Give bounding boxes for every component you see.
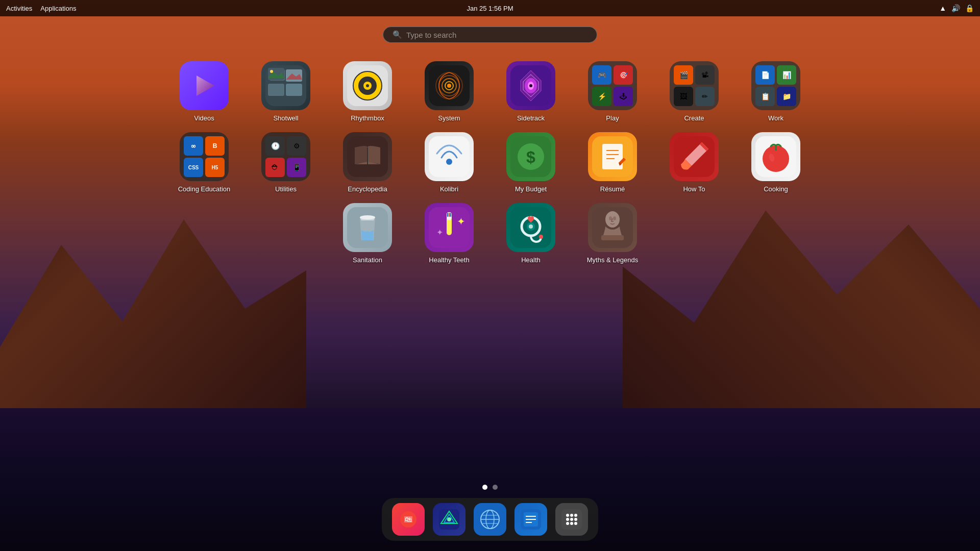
howto-icon — [670, 132, 719, 181]
healthyteeth-label: Healthy Teeth — [429, 256, 469, 264]
svg-point-61 — [613, 216, 616, 220]
work-folder-icon: 📄 📊 📋 📁 — [751, 61, 800, 110]
svg-marker-0 — [197, 76, 214, 96]
svg-text:✦: ✦ — [457, 216, 465, 227]
app-work-folder[interactable]: 📄 📊 📋 📁 Work — [745, 61, 806, 122]
system-label: System — [438, 114, 460, 122]
health-icon — [506, 203, 555, 252]
play-folder-icon: 🎮 🎯 ⚡ 🕹 — [588, 61, 637, 110]
app-myths-legends[interactable]: Myths & Legends — [582, 203, 643, 264]
svg-rect-8 — [268, 84, 284, 96]
svg-point-44 — [360, 215, 375, 219]
dock: 🛍 — [382, 498, 598, 541]
mybudget-icon: $ — [506, 132, 555, 181]
svg-text:✦: ✦ — [436, 228, 443, 237]
videos-label: Videos — [194, 114, 214, 122]
wifi-icon: ▲ — [939, 4, 946, 12]
app-sidetrack[interactable]: Sidetrack — [500, 61, 561, 122]
svg-rect-48 — [447, 213, 448, 217]
svg-point-14 — [366, 84, 369, 87]
svg-point-30 — [446, 159, 452, 165]
page-dot-1[interactable] — [482, 485, 487, 490]
videos-icon — [180, 61, 229, 110]
healthyteeth-icon: ✦ ✦ — [425, 203, 474, 252]
svg-point-68 — [447, 517, 451, 521]
svg-rect-29 — [429, 136, 470, 177]
app-sanitation[interactable]: Sanitation — [337, 203, 398, 264]
coding-education-label: Coding Education — [178, 185, 231, 193]
work-folder-label: Work — [768, 114, 783, 122]
search-bar[interactable]: 🔍 — [383, 27, 597, 43]
svg-point-57 — [539, 235, 543, 239]
app-grid: Videos Shotwell — [0, 61, 980, 264]
activities-button[interactable]: Activities — [6, 5, 32, 12]
dock-software-button[interactable]: 🛍 — [392, 503, 425, 536]
search-icon: 🔍 — [393, 30, 402, 39]
svg-point-82 — [570, 514, 573, 517]
app-rhythmbox[interactable]: Rhythmbox — [337, 61, 398, 122]
dock-browser-button[interactable] — [474, 503, 506, 536]
create-folder-icon: 🎬 📽 🖼 ✏ — [670, 61, 719, 110]
rhythmbox-label: Rhythmbox — [351, 114, 384, 122]
cooking-label: Cooking — [764, 185, 788, 193]
svg-point-89 — [574, 522, 577, 525]
applications-button[interactable]: Applications — [40, 5, 76, 12]
encyclopedia-icon — [343, 132, 392, 181]
topbar-left: Activities Applications — [6, 5, 76, 12]
app-coding-education[interactable]: ∞ B CSS H5 Coding Education — [174, 132, 235, 193]
app-howto[interactable]: How To — [664, 132, 725, 193]
app-system[interactable]: System — [419, 61, 480, 122]
svg-point-56 — [529, 224, 533, 229]
app-mybudget[interactable]: $ My Budget — [500, 132, 561, 193]
svg-point-81 — [566, 514, 569, 517]
utilities-folder-icon: 🕐 ⚙ ⛑ 📱 — [261, 132, 310, 181]
app-row-2: ∞ B CSS H5 Coding Education 🕐 ⚙ ⛑ 📱 Util… — [174, 132, 806, 193]
svg-point-5 — [270, 70, 273, 73]
app-utilities-folder[interactable]: 🕐 ⚙ ⛑ 📱 Utilities — [255, 132, 316, 193]
app-healthy-teeth[interactable]: ✦ ✦ Healthy Teeth — [419, 203, 480, 264]
howto-label: How To — [683, 185, 705, 193]
play-folder-label: Play — [606, 114, 619, 122]
sanitation-label: Sanitation — [353, 256, 382, 264]
sidetrack-label: Sidetrack — [517, 114, 545, 122]
app-row-1: Videos Shotwell — [174, 61, 806, 122]
svg-point-85 — [570, 518, 573, 521]
svg-point-83 — [574, 514, 577, 517]
topbar: Activities Applications Jan 25 1:56 PM ▲… — [0, 0, 980, 16]
app-encyclopedia[interactable]: Encyclopedia — [337, 132, 398, 193]
app-kolibri[interactable]: Kolibri — [419, 132, 480, 193]
dock-notes-button[interactable] — [514, 503, 547, 536]
resume-icon — [588, 132, 637, 181]
health-label: Health — [521, 256, 541, 264]
svg-point-20 — [447, 84, 451, 88]
mybudget-label: My Budget — [515, 185, 547, 193]
svg-point-87 — [566, 522, 569, 525]
app-videos[interactable]: Videos — [174, 61, 235, 122]
page-dots — [482, 485, 498, 490]
app-play-folder[interactable]: 🎮 🎯 ⚡ 🕹 Play — [582, 61, 643, 122]
myths-legends-label: Myths & Legends — [587, 256, 638, 264]
search-container: 🔍 — [383, 27, 597, 43]
shotwell-label: Shotwell — [273, 114, 298, 122]
app-resume[interactable]: Résumé — [582, 132, 643, 193]
app-row-3: Sanitation ✦ ✦ Healthy Teeth — [337, 203, 643, 264]
svg-rect-50 — [450, 213, 451, 217]
svg-point-60 — [609, 216, 612, 220]
svg-text:$: $ — [526, 148, 535, 166]
rhythmbox-icon — [343, 61, 392, 110]
dock-fractal-button[interactable] — [433, 503, 465, 536]
app-health[interactable]: Health — [500, 203, 561, 264]
topbar-datetime: Jan 25 1:56 PM — [467, 5, 513, 12]
app-create-folder[interactable]: 🎬 📽 🖼 ✏ Create — [664, 61, 725, 122]
sidetrack-icon — [506, 61, 555, 110]
page-dot-2[interactable] — [493, 485, 498, 490]
battery-icon: 🔒 — [965, 4, 974, 12]
search-input[interactable] — [406, 31, 587, 39]
dock-appgrid-button[interactable] — [555, 503, 588, 536]
resume-label: Résumé — [600, 185, 625, 193]
svg-rect-49 — [449, 213, 450, 217]
create-folder-label: Create — [684, 114, 704, 122]
app-cooking[interactable]: Cooking — [745, 132, 806, 193]
app-shotwell[interactable]: Shotwell — [255, 61, 316, 122]
volume-icon: 🔊 — [951, 4, 960, 12]
